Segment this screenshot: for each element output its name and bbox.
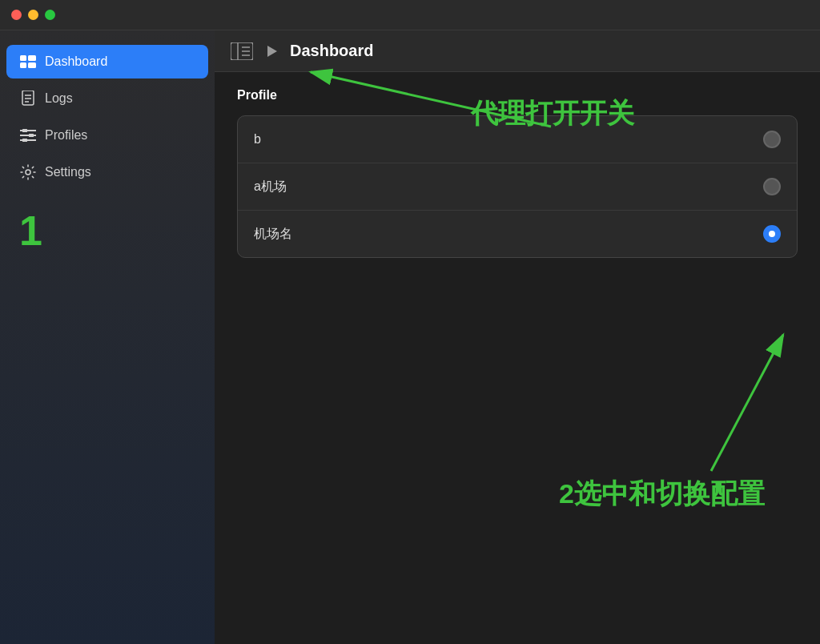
minimize-button[interactable] [28, 10, 38, 20]
svg-rect-3 [28, 62, 36, 68]
profile-label: Profile [237, 88, 798, 103]
svg-rect-12 [29, 134, 34, 137]
logs-icon [19, 90, 37, 107]
profile-name-airport-name: 机场名 [254, 226, 292, 243]
profile-section: Profile b a机场 机场名 [215, 72, 820, 644]
annotation-number-1: 1 [0, 207, 215, 255]
profile-list: b a机场 机场名 [237, 115, 798, 258]
play-button[interactable] [264, 44, 279, 58]
sidebar: Dashboard Logs [0, 30, 215, 644]
svg-rect-13 [22, 139, 27, 142]
sidebar-profiles-label: Profiles [45, 128, 87, 143]
profile-item-airport-name[interactable]: 机场名 [238, 211, 797, 257]
svg-rect-11 [22, 129, 27, 132]
svg-marker-20 [267, 46, 277, 57]
content-title: Dashboard [290, 42, 373, 60]
sidebar-item-dashboard[interactable]: Dashboard [6, 45, 208, 78]
radio-btn-b[interactable] [763, 131, 781, 148]
traffic-lights [11, 10, 55, 20]
sidebar-item-profiles[interactable]: Profiles [6, 119, 208, 152]
dashboard-icon [19, 53, 37, 70]
sidebar-item-settings[interactable]: Settings [6, 155, 208, 189]
svg-rect-2 [28, 55, 36, 61]
profile-item-b[interactable]: b [238, 116, 797, 163]
svg-rect-0 [20, 55, 26, 61]
svg-rect-1 [20, 62, 26, 68]
sidebar-dashboard-label: Dashboard [45, 54, 107, 69]
sidebar-logs-label: Logs [45, 91, 73, 106]
svg-rect-4 [22, 91, 34, 105]
app-body: Dashboard Logs [0, 30, 820, 644]
close-button[interactable] [11, 10, 22, 20]
svg-point-14 [26, 170, 30, 175]
sidebar-settings-label: Settings [45, 165, 91, 179]
profile-name-b: b [254, 132, 261, 147]
profiles-icon [19, 127, 37, 144]
title-bar [0, 0, 820, 30]
sidebar-item-logs[interactable]: Logs [6, 82, 208, 115]
radio-btn-airport-name[interactable] [763, 225, 781, 243]
sidebar-toggle-icon[interactable] [231, 42, 253, 60]
maximize-button[interactable] [45, 10, 55, 20]
content-header: Dashboard [215, 30, 820, 72]
profile-name-airport-a: a机场 [254, 179, 287, 195]
content-area: Dashboard Profile b a机场 机场名 [215, 30, 820, 644]
profile-item-airport-a[interactable]: a机场 [238, 163, 797, 211]
radio-btn-airport-a[interactable] [763, 178, 781, 195]
settings-icon [19, 163, 37, 181]
